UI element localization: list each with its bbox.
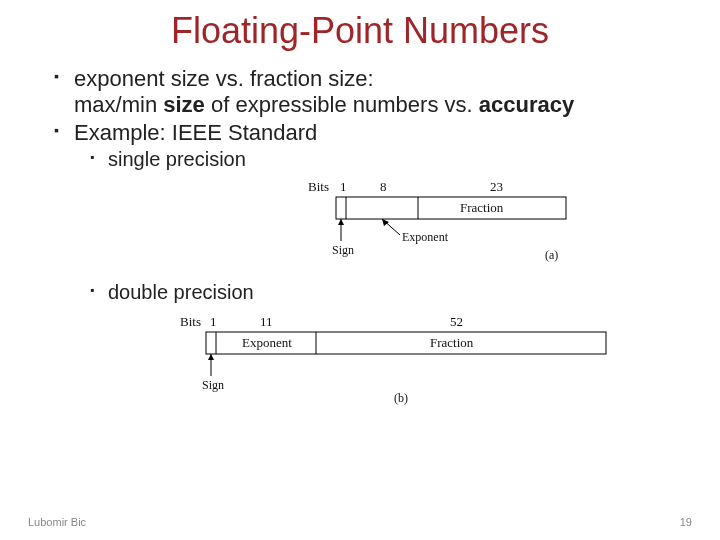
caption-a: (a) <box>545 248 558 262</box>
single-precision-svg: Bits 1 8 23 Fraction Sign Exponent (a) <box>290 177 590 267</box>
bits-label: Bits <box>308 179 329 194</box>
exp-bits: 8 <box>380 179 387 194</box>
bullet-text: single precision <box>108 148 246 170</box>
sign-label: Sign <box>332 243 354 257</box>
format-box <box>336 197 566 219</box>
text: max/min <box>74 92 163 117</box>
arrow-head-icon <box>338 219 344 225</box>
frac-field-label: Fraction <box>430 335 474 350</box>
bullet-text: double precision <box>108 281 254 303</box>
arrow-head-icon <box>208 354 214 360</box>
text-bold: size <box>163 92 205 117</box>
text: of expressible numbers vs. <box>205 92 479 117</box>
bullet-example: Example: IEEE Standard <box>54 120 690 146</box>
frac-field-label: Fraction <box>460 200 504 215</box>
exp-field-label: Exponent <box>242 335 292 350</box>
sign-bits: 1 <box>340 179 347 194</box>
bullet-text: exponent size vs. fraction size: <box>74 66 374 91</box>
bullet-text: Example: IEEE Standard <box>74 120 317 145</box>
sub-bullet-single: single precision <box>90 148 690 171</box>
exp-bits: 11 <box>260 314 273 329</box>
bullet-exponent-vs-fraction: exponent size vs. fraction size: max/min… <box>54 66 690 118</box>
exponent-label: Exponent <box>402 230 449 244</box>
bullet-line2: max/min size of expressible numbers vs. … <box>74 92 690 118</box>
sign-bits: 1 <box>210 314 217 329</box>
sign-label: Sign <box>202 378 224 392</box>
text-bold: accuracy <box>479 92 574 117</box>
double-precision-svg: Bits 1 11 52 Exponent Fraction Sign (b) <box>150 312 630 408</box>
frac-bits: 23 <box>490 179 503 194</box>
diagram-double-precision: Bits 1 11 52 Exponent Fraction Sign (b) <box>150 312 690 412</box>
frac-bits: 52 <box>450 314 463 329</box>
caption-b: (b) <box>394 391 408 405</box>
footer-page-number: 19 <box>680 516 692 528</box>
sub-bullet-double: double precision <box>90 281 690 304</box>
bits-label: Bits <box>180 314 201 329</box>
footer-author: Lubomir Bic <box>28 516 86 528</box>
diagram-single-precision: Bits 1 8 23 Fraction Sign Exponent (a) <box>290 177 690 271</box>
slide: Floating-Point Numbers exponent size vs.… <box>0 0 720 540</box>
page-title: Floating-Point Numbers <box>30 10 690 52</box>
